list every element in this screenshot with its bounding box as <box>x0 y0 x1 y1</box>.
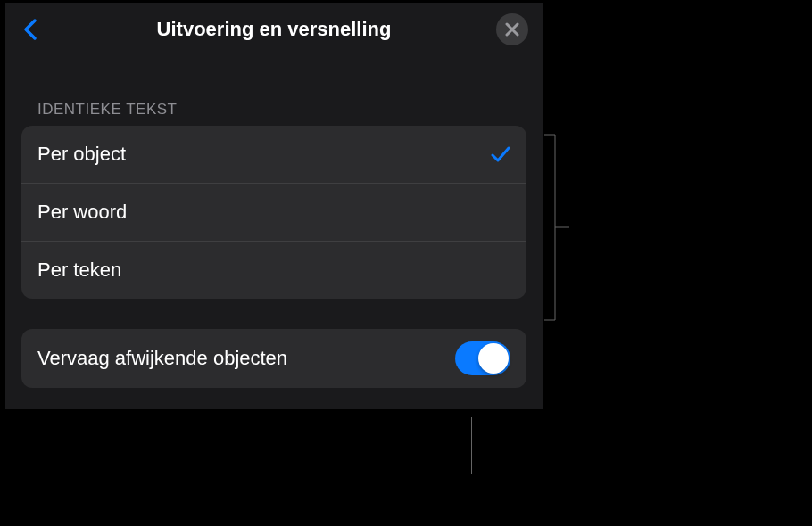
callout-bracket <box>544 134 569 321</box>
panel-header: Uitvoering en versnelling <box>5 3 543 56</box>
section-header: IDENTIEKE TEKST <box>21 101 526 119</box>
callout-line <box>471 417 472 474</box>
toggle-thumb <box>478 343 509 374</box>
panel-content: IDENTIEKE TEKST Per object Per woord Per… <box>5 56 543 409</box>
toggle-group: Vervaag afwijkende objecten <box>21 329 526 388</box>
back-button[interactable] <box>20 17 41 42</box>
option-per-word[interactable]: Per woord <box>21 184 526 242</box>
chevron-left-icon <box>22 17 38 42</box>
fade-toggle-row: Vervaag afwijkende objecten <box>21 329 526 388</box>
option-per-object[interactable]: Per object <box>21 126 526 184</box>
settings-panel: Uitvoering en versnelling IDENTIEKE TEKS… <box>5 3 543 409</box>
page-title: Uitvoering en versnelling <box>157 18 392 41</box>
option-per-character[interactable]: Per teken <box>21 242 526 299</box>
toggle-label: Vervaag afwijkende objecten <box>37 347 287 370</box>
close-button[interactable] <box>496 13 528 45</box>
options-list: Per object Per woord Per teken <box>21 126 526 299</box>
option-label: Per woord <box>37 201 127 224</box>
close-icon <box>505 22 519 37</box>
option-label: Per teken <box>37 259 121 282</box>
fade-toggle-switch[interactable] <box>455 341 510 375</box>
option-label: Per object <box>37 143 126 166</box>
checkmark-icon <box>491 144 510 164</box>
